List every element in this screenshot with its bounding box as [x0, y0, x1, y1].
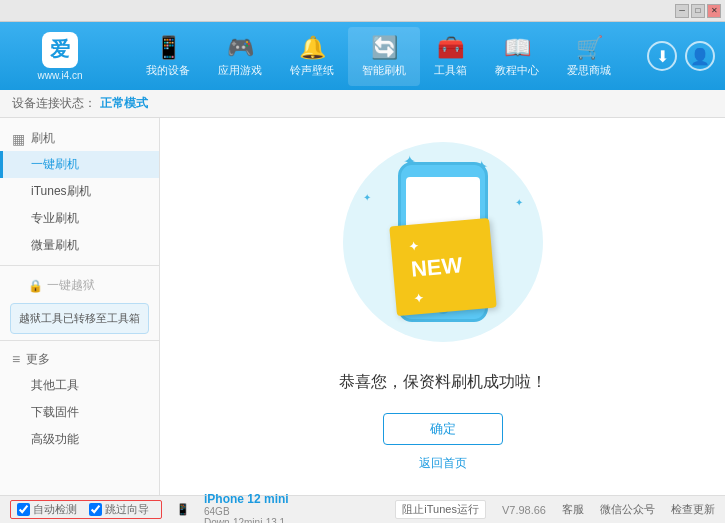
nav-item-tutorial[interactable]: 📖 教程中心 [481, 27, 553, 86]
nav-label-ringtone: 铃声壁纸 [290, 63, 334, 78]
device-name: iPhone 12 mini [204, 492, 289, 506]
nav-bar: 📱 我的设备 🎮 应用游戏 🔔 铃声壁纸 🔄 智能刷机 🧰 工具箱 📖 教程中心… [110, 27, 647, 86]
wechat-link[interactable]: 微信公众号 [600, 502, 655, 517]
sidebar-section-flash[interactable]: ▦ 刷机 [0, 126, 159, 151]
nav-label-smart-flash: 智能刷机 [362, 63, 406, 78]
itunes-status-button[interactable]: 阻止iTunes运行 [395, 500, 486, 519]
sidebar-item-itunes-flash[interactable]: iTunes刷机 [0, 178, 159, 205]
main-layout: ▦ 刷机 一键刷机 iTunes刷机 专业刷机 微量刷机 🔒 一键越狱 越狱工具… [0, 118, 725, 495]
check-update-link[interactable]: 检查更新 [671, 502, 715, 517]
sidebar-item-other-tools[interactable]: 其他工具 [0, 372, 159, 399]
sidebar-item-save-flash[interactable]: 微量刷机 [0, 232, 159, 259]
content-area: ✦ ✦ ✦ ✦ NEW 恭喜您，保资料刷机成功啦！ 确定 返回首页 [160, 118, 725, 495]
logo-area[interactable]: 爱 www.i4.cn [10, 32, 110, 81]
nav-item-toolbox[interactable]: 🧰 工具箱 [420, 27, 481, 86]
skip-wizard-checkbox[interactable]: 跳过向导 [89, 502, 149, 517]
sidebar-item-one-key-flash[interactable]: 一键刷机 [0, 151, 159, 178]
status-value: 正常模式 [100, 95, 148, 112]
sidebar-item-advanced[interactable]: 高级功能 [0, 426, 159, 453]
close-button[interactable]: ✕ [707, 4, 721, 18]
skip-wizard-label: 跳过向导 [105, 502, 149, 517]
sidebar-divider-2 [0, 340, 159, 341]
nav-label-tutorial: 教程中心 [495, 63, 539, 78]
app-logo-icon: 爱 [42, 32, 78, 68]
window-controls: ─ □ ✕ [675, 4, 721, 18]
tutorial-icon: 📖 [504, 35, 531, 61]
logo-url: www.i4.cn [37, 70, 82, 81]
header: 爱 www.i4.cn 📱 我的设备 🎮 应用游戏 🔔 铃声壁纸 🔄 智能刷机 … [0, 22, 725, 90]
toolbox-icon: 🧰 [437, 35, 464, 61]
nav-label-my-device: 我的设备 [146, 63, 190, 78]
auto-connect-checkbox[interactable]: 自动检测 [17, 502, 77, 517]
device-storage: 64GB [204, 506, 289, 517]
bottom-bar: 自动检测 跳过向导 📱 iPhone 12 mini 64GB Down-12m… [0, 495, 725, 523]
user-button[interactable]: 👤 [685, 41, 715, 71]
nav-item-store[interactable]: 🛒 爱思商城 [553, 27, 625, 86]
bottom-left: 自动检测 跳过向导 📱 iPhone 12 mini 64GB Down-12m… [10, 492, 395, 524]
sidebar-section-jailbreak: 🔒 一键越狱 [0, 272, 159, 299]
more-section-label: 更多 [26, 351, 50, 368]
more-section-icon: ≡ [12, 351, 20, 367]
sidebar: ▦ 刷机 一键刷机 iTunes刷机 专业刷机 微量刷机 🔒 一键越狱 越狱工具… [0, 118, 160, 495]
store-icon: 🛒 [576, 35, 603, 61]
title-bar: ─ □ ✕ [0, 0, 725, 22]
flash-section-icon: ▦ [12, 131, 25, 147]
download-button[interactable]: ⬇ [647, 41, 677, 71]
minimize-button[interactable]: ─ [675, 4, 689, 18]
device-icon: 📱 [176, 503, 190, 516]
bottom-right: 阻止iTunes运行 V7.98.66 客服 微信公众号 检查更新 [395, 500, 715, 519]
auto-connect-label: 自动检测 [33, 502, 77, 517]
nav-label-apps-games: 应用游戏 [218, 63, 262, 78]
sidebar-item-download-firmware[interactable]: 下载固件 [0, 399, 159, 426]
flash-section-label: 刷机 [31, 130, 55, 147]
device-model: Down-12mini-13.1 [204, 517, 289, 524]
sidebar-section-more[interactable]: ≡ 更多 [0, 347, 159, 372]
lock-icon: 🔒 [28, 279, 43, 293]
nav-label-toolbox: 工具箱 [434, 63, 467, 78]
nav-item-smart-flash[interactable]: 🔄 智能刷机 [348, 27, 420, 86]
nav-item-my-device[interactable]: 📱 我的设备 [132, 27, 204, 86]
itunes-status-label: 阻止iTunes运行 [402, 502, 479, 517]
sidebar-item-pro-flash[interactable]: 专业刷机 [0, 205, 159, 232]
device-info: iPhone 12 mini 64GB Down-12mini-13.1 [204, 492, 289, 524]
smart-flash-icon: 🔄 [371, 35, 398, 61]
version-label: V7.98.66 [502, 504, 546, 516]
sparkle-4: ✦ [515, 197, 523, 208]
customer-service-link[interactable]: 客服 [562, 502, 584, 517]
my-device-icon: 📱 [155, 35, 182, 61]
success-illustration: ✦ ✦ ✦ ✦ NEW [343, 142, 543, 352]
nav-right-buttons: ⬇ 👤 [647, 41, 715, 71]
sidebar-divider-1 [0, 265, 159, 266]
nav-label-store: 爱思商城 [567, 63, 611, 78]
sparkle-3: ✦ [363, 192, 371, 203]
status-label: 设备连接状态： [12, 95, 96, 112]
ringtone-icon: 🔔 [299, 35, 326, 61]
nav-item-apps-games[interactable]: 🎮 应用游戏 [204, 27, 276, 86]
confirm-button[interactable]: 确定 [383, 413, 503, 445]
nav-item-ringtone[interactable]: 🔔 铃声壁纸 [276, 27, 348, 86]
maximize-button[interactable]: □ [691, 4, 705, 18]
sidebar-jailbreak-notice: 越狱工具已转移至工具箱 [10, 303, 149, 334]
homepage-link[interactable]: 返回首页 [419, 455, 467, 472]
success-message: 恭喜您，保资料刷机成功啦！ [339, 372, 547, 393]
new-badge: NEW [389, 217, 496, 315]
status-bar: 设备连接状态： 正常模式 [0, 90, 725, 118]
apps-games-icon: 🎮 [227, 35, 254, 61]
